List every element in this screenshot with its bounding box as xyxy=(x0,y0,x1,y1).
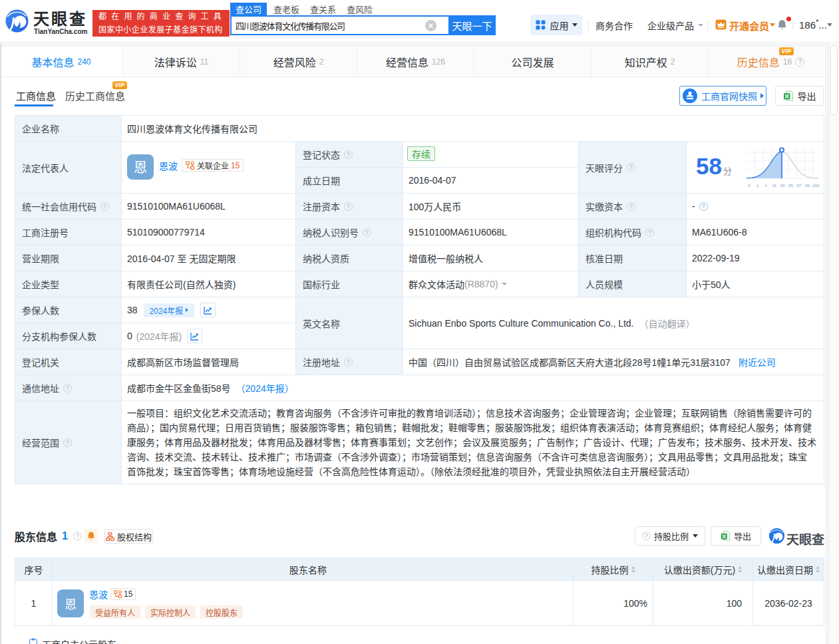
svg-text:15: 15 xyxy=(772,183,776,188)
svg-text:97: 97 xyxy=(797,183,802,188)
svg-text:3: 3 xyxy=(764,183,767,188)
svg-text:0: 0 xyxy=(748,183,751,188)
svg-text:1: 1 xyxy=(756,183,759,188)
svg-text:50: 50 xyxy=(780,183,785,188)
svg-text:100: 100 xyxy=(812,183,820,188)
svg-text:99: 99 xyxy=(805,183,810,188)
svg-text:85: 85 xyxy=(788,183,793,188)
